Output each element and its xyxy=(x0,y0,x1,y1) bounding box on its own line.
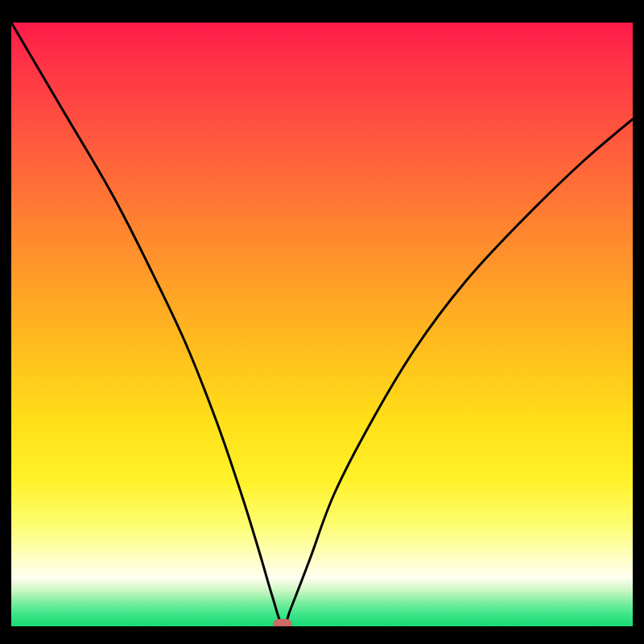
curve-path xyxy=(11,23,633,626)
bottleneck-curve xyxy=(11,23,633,626)
minimum-marker xyxy=(273,619,292,626)
plot-area xyxy=(11,23,633,626)
